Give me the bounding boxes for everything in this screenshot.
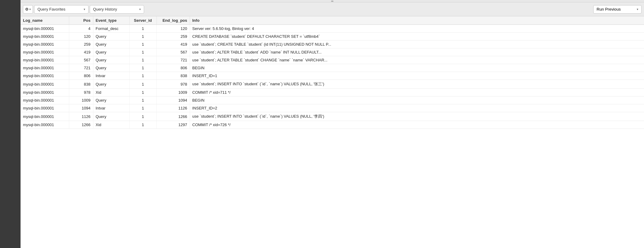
query-favorites-label: Query Favorites: [37, 7, 65, 11]
table-cell: 1: [129, 33, 156, 41]
table-cell: 567: [156, 48, 190, 56]
table-cell: Query: [93, 33, 129, 41]
table-row[interactable]: mysql-bin.0000011266Xid11297COMMIT /* xi…: [21, 121, 644, 129]
query-history-label: Query History: [93, 7, 117, 11]
table-cell: 838: [156, 72, 190, 80]
table-cell: mysql-bin.000001: [21, 25, 69, 33]
table-cell: Query: [93, 112, 129, 121]
results-table-container[interactable]: Log_name Pos Event_type Server_id End_lo…: [21, 16, 644, 248]
table-cell: 1126: [69, 112, 93, 121]
table-cell: 1: [129, 25, 156, 33]
table-row[interactable]: mysql-bin.000001721Query1806BEGIN: [21, 64, 644, 72]
table-cell: 4: [69, 25, 93, 33]
table-cell: Query: [93, 56, 129, 64]
main-container: ⚙ ▾ Query Favorites ▾ Query History ▾ Ru…: [21, 0, 644, 248]
table-cell: Query: [93, 48, 129, 56]
table-cell: Query: [93, 80, 129, 89]
table-row[interactable]: mysql-bin.000001838Query1978use `student…: [21, 80, 644, 89]
table-cell: 1009: [69, 96, 93, 104]
col-header-server-id: Server_id: [129, 16, 156, 25]
col-header-info: Info: [190, 16, 644, 25]
table-cell: Intvar: [93, 104, 129, 112]
table-cell: 1094: [156, 96, 190, 104]
table-cell: mysql-bin.000001: [21, 104, 69, 112]
table-cell: 120: [156, 25, 190, 33]
table-cell: 1: [129, 41, 156, 48]
table-row[interactable]: mysql-bin.0000011094Intvar11126INSERT_ID…: [21, 104, 644, 112]
table-cell: 721: [156, 56, 190, 64]
table-row[interactable]: mysql-bin.000001259Query1419use `student…: [21, 41, 644, 48]
gear-icon: ⚙: [25, 7, 29, 11]
table-cell: Intvar: [93, 72, 129, 80]
table-cell: COMMIT /* xid=726 */: [190, 121, 644, 129]
results-table: Log_name Pos Event_type Server_id End_lo…: [21, 16, 644, 129]
table-row[interactable]: mysql-bin.000001978Xid11009COMMIT /* xid…: [21, 89, 644, 96]
table-cell: 721: [69, 64, 93, 72]
table-row[interactable]: mysql-bin.000001806Intvar1838INSERT_ID=1: [21, 72, 644, 80]
table-cell: Query: [93, 96, 129, 104]
table-row[interactable]: mysql-bin.0000014Format_desc1120Server v…: [21, 25, 644, 33]
table-row[interactable]: mysql-bin.000001567Query1721use `student…: [21, 56, 644, 64]
table-cell: mysql-bin.000001: [21, 56, 69, 64]
table-cell: INSERT_ID=1: [190, 72, 644, 80]
table-cell: 1094: [69, 104, 93, 112]
table-cell: 120: [69, 33, 93, 41]
table-cell: use `student`; INSERT INTO `student` (`i…: [190, 112, 644, 121]
toolbar: ⚙ ▾ Query Favorites ▾ Query History ▾ Ru…: [21, 2, 644, 16]
table-cell: mysql-bin.000001: [21, 96, 69, 104]
table-cell: mysql-bin.000001: [21, 64, 69, 72]
table-cell: CREATE DATABASE `student` DEFAULT CHARAC…: [190, 33, 644, 41]
table-cell: Format_desc: [93, 25, 129, 33]
table-cell: Xid: [93, 121, 129, 129]
table-cell: 1: [129, 104, 156, 112]
table-cell: 806: [69, 72, 93, 80]
table-row[interactable]: mysql-bin.0000011126Query11266use `stude…: [21, 112, 644, 121]
table-cell: mysql-bin.000001: [21, 48, 69, 56]
table-cell: 978: [69, 89, 93, 96]
table-cell: mysql-bin.000001: [21, 41, 69, 48]
query-favorites-button[interactable]: Query Favorites ▾: [34, 5, 89, 14]
table-cell: Query: [93, 64, 129, 72]
table-cell: BEGIN: [190, 96, 644, 104]
gear-button[interactable]: ⚙ ▾: [23, 5, 33, 14]
table-cell: 259: [156, 33, 190, 41]
table-row[interactable]: mysql-bin.000001120Query1259CREATE DATAB…: [21, 33, 644, 41]
table-row[interactable]: mysql-bin.0000011009Query11094BEGIN: [21, 96, 644, 104]
run-previous-label: Run Previous: [597, 7, 621, 11]
table-cell: 567: [69, 56, 93, 64]
table-cell: 419: [156, 41, 190, 48]
table-cell: 419: [69, 48, 93, 56]
table-row[interactable]: mysql-bin.000001419Query1567use `student…: [21, 48, 644, 56]
table-cell: COMMIT /* xid=711 */: [190, 89, 644, 96]
table-cell: INSERT_ID=2: [190, 104, 644, 112]
table-cell: 838: [69, 80, 93, 89]
resize-handle[interactable]: [21, 0, 644, 2]
gear-chevron-icon: ▾: [29, 8, 31, 11]
col-header-pos: Pos: [69, 16, 93, 25]
run-previous-button[interactable]: Run Previous ▾: [593, 5, 642, 14]
query-history-button[interactable]: Query History ▾: [90, 5, 144, 14]
table-cell: 1297: [156, 121, 190, 129]
table-cell: 1: [129, 48, 156, 56]
table-cell: 1: [129, 64, 156, 72]
col-header-end-log-pos: End_log_pos: [156, 16, 190, 25]
table-header-row: Log_name Pos Event_type Server_id End_lo…: [21, 16, 644, 25]
col-header-log-name: Log_name: [21, 16, 69, 25]
table-cell: 806: [156, 64, 190, 72]
table-cell: 1: [129, 80, 156, 89]
table-cell: 1: [129, 89, 156, 96]
table-cell: mysql-bin.000001: [21, 33, 69, 41]
table-cell: 978: [156, 80, 190, 89]
table-cell: 1: [129, 121, 156, 129]
table-cell: mysql-bin.000001: [21, 80, 69, 89]
resize-dot: [331, 1, 333, 2]
table-cell: 1009: [156, 89, 190, 96]
table-cell: mysql-bin.000001: [21, 121, 69, 129]
query-favorites-chevron-icon: ▾: [84, 8, 85, 11]
table-cell: Xid: [93, 89, 129, 96]
table-cell: 1: [129, 56, 156, 64]
table-cell: 1: [129, 112, 156, 121]
table-cell: mysql-bin.000001: [21, 112, 69, 121]
table-cell: use `student`; INSERT INTO `student` (`i…: [190, 80, 644, 89]
table-cell: 1: [129, 72, 156, 80]
